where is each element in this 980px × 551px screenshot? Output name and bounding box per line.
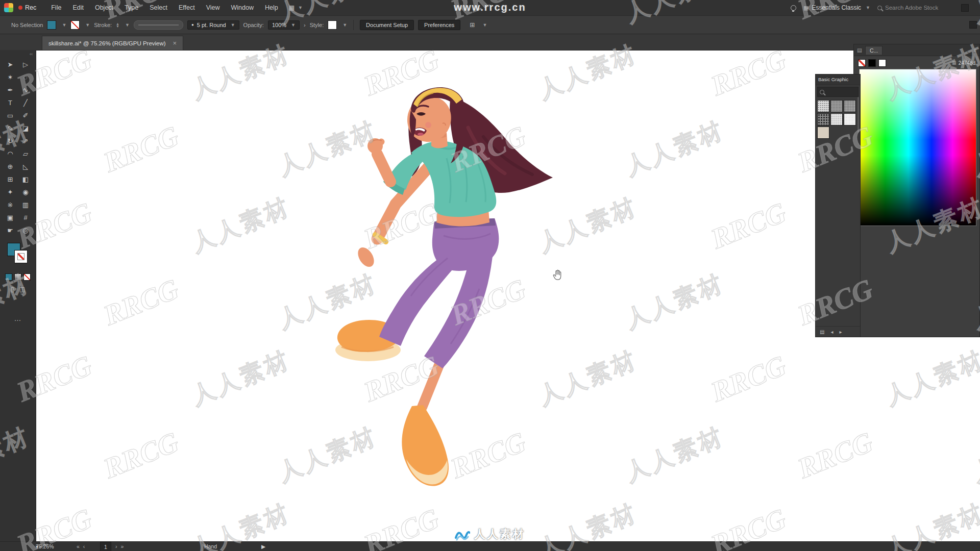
line-segment-tool[interactable]: ╱ xyxy=(19,97,32,108)
menu-effect[interactable]: Effect xyxy=(173,0,201,15)
library-swatch-pattern-beige[interactable] xyxy=(817,127,829,139)
workspace-switcher[interactable]: ▦ Essentials Classic ▼ xyxy=(803,4,870,11)
lasso-tool[interactable]: ◌ xyxy=(19,72,32,83)
fill-color-swatch[interactable] xyxy=(47,20,56,30)
pencil-tool[interactable]: ✎ xyxy=(4,123,17,134)
stroke-color-swatch[interactable] xyxy=(70,20,80,30)
column-graph-tool[interactable]: ▥ xyxy=(19,199,32,210)
library-scrollbar[interactable] xyxy=(857,97,859,133)
none-mode-icon[interactable] xyxy=(23,273,31,281)
zoom-tool[interactable]: ◎ xyxy=(19,225,32,236)
library-search[interactable] xyxy=(817,87,859,97)
color-spectrum[interactable] xyxy=(859,69,976,226)
swatch-none[interactable] xyxy=(858,59,866,67)
zoom-level-select[interactable]: 75.26% ▾ xyxy=(36,542,38,551)
scale-tool[interactable]: ⇗ xyxy=(19,136,32,146)
slice-tool[interactable]: # xyxy=(19,212,32,223)
artboard-number-field[interactable]: 1 xyxy=(100,542,111,551)
style-caret-icon[interactable]: ▼ xyxy=(342,22,347,28)
menu-help[interactable]: Help xyxy=(259,0,284,15)
mesh-tool[interactable]: ⊞ xyxy=(4,174,17,185)
next-library-icon[interactable]: ▸ xyxy=(839,329,842,335)
control-bar-collapse-icon[interactable] xyxy=(969,21,977,29)
eyedropper-tool[interactable]: ✦ xyxy=(4,187,17,197)
swatch-black[interactable] xyxy=(868,59,876,67)
selection-tool[interactable]: ➤ xyxy=(4,59,17,70)
menu-bar: Rec FileEditObjectTypeSelectEffectViewWi… xyxy=(0,0,980,15)
opacity-chevron-icon[interactable]: › xyxy=(304,22,306,28)
align-icon[interactable]: ⊞ xyxy=(470,21,475,29)
illustrator-window: Rec FileEditObjectTypeSelectEffectViewWi… xyxy=(0,0,980,551)
panel-menu-icon[interactable]: ▤ xyxy=(857,47,862,53)
menu-window[interactable]: Window xyxy=(226,0,259,15)
panel-options-icon[interactable]: ≡ xyxy=(973,47,976,53)
library-swatch-pattern-light-noise[interactable] xyxy=(817,100,829,112)
stroke-weight-stepper[interactable]: ▲▼ xyxy=(116,22,119,28)
prev-library-icon[interactable]: ◂ xyxy=(830,329,833,335)
shape-builder-tool[interactable]: ⊕ xyxy=(4,161,17,172)
hex-value: 24748d xyxy=(959,60,975,66)
swatch-white[interactable] xyxy=(878,59,886,67)
menu-bar-right: ▦ Essentials Classic ▼ Search Adobe Stoc… xyxy=(791,4,980,12)
first-previous-artboard-icons[interactable]: « ‹ xyxy=(77,542,86,551)
perspective-grid-tool[interactable]: ◺ xyxy=(19,161,32,172)
screen-mode-icon[interactable]: ◫ xyxy=(19,286,25,293)
fill-caret-icon[interactable]: ▼ xyxy=(62,22,66,28)
library-swatch-pattern-dark-noise[interactable] xyxy=(830,100,843,112)
pen-tool[interactable]: ✒ xyxy=(4,85,17,95)
style-swatch[interactable] xyxy=(328,20,337,30)
type-tool[interactable]: T xyxy=(4,97,17,108)
curvature-tool[interactable]: ∿ xyxy=(19,85,32,95)
paintbrush-tool[interactable]: ✐ xyxy=(19,110,32,121)
fill-stroke-widget[interactable] xyxy=(6,243,30,269)
direct-selection-tool[interactable]: ▷ xyxy=(19,59,32,70)
brush-definition-select[interactable]: ● 5 pt. Round ▼ xyxy=(187,20,239,30)
library-swatch-pattern-white-noise[interactable] xyxy=(844,113,856,126)
collapse-panel-icon[interactable] xyxy=(961,4,969,12)
stroke-indicator[interactable] xyxy=(14,250,28,263)
opacity-select[interactable]: 100% ▼ xyxy=(268,20,300,30)
menu-object[interactable]: Object xyxy=(89,0,119,15)
rectangle-tool[interactable]: ▭ xyxy=(4,110,17,121)
document-tab[interactable]: skillshare.ai* @ 75.26% (RGB/GPU Preview… xyxy=(42,36,183,50)
preferences-button[interactable]: Preferences xyxy=(418,20,460,30)
discover-icon[interactable] xyxy=(791,5,796,11)
close-tab-icon[interactable]: × xyxy=(173,39,177,47)
menu-edit[interactable]: Edit xyxy=(67,0,89,15)
symbol-sprayer-tool[interactable]: ※ xyxy=(4,199,17,210)
menu-view[interactable]: View xyxy=(201,0,226,15)
library-menu-icon[interactable]: ▤ xyxy=(820,329,824,335)
library-swatch-pattern-pale-noise[interactable] xyxy=(830,113,843,126)
width-tool[interactable]: ◠ xyxy=(4,148,17,159)
edit-toolbar-icon[interactable]: … xyxy=(0,314,36,322)
free-transform-tool[interactable]: ▱ xyxy=(19,148,32,159)
arrange-documents-icon[interactable]: ▦ xyxy=(289,4,295,11)
status-play-icon[interactable]: ▶ xyxy=(261,542,265,551)
arrange-documents-caret-icon[interactable]: ▼ xyxy=(298,5,303,10)
next-last-artboard-icons[interactable]: › » xyxy=(115,542,125,551)
stroke-weight-caret-icon[interactable]: ▼ xyxy=(125,22,130,28)
menu-type[interactable]: Type xyxy=(119,0,144,15)
menu-file[interactable]: File xyxy=(45,0,67,15)
blend-tool[interactable]: ◉ xyxy=(19,187,32,197)
magic-wand-tool[interactable]: ✶ xyxy=(4,72,17,83)
draw-mode-icon[interactable]: ▯ xyxy=(11,286,14,293)
library-swatch-pattern-coarse-noise[interactable] xyxy=(844,100,856,112)
gradient-tool[interactable]: ◧ xyxy=(19,174,32,185)
stock-search[interactable]: Search Adobe Stock xyxy=(877,5,954,11)
stroke-caret-icon[interactable]: ▼ xyxy=(85,22,90,28)
rotate-tool[interactable]: ↻ xyxy=(4,136,17,146)
artboard-tool[interactable]: ▣ xyxy=(4,212,17,223)
tools-collapse-icon[interactable]: ‹‹ xyxy=(0,50,36,57)
hand-tool[interactable]: ☛ xyxy=(4,225,17,236)
eraser-tool[interactable]: ◪ xyxy=(19,123,32,134)
color-mode-icon[interactable] xyxy=(5,273,12,281)
align-caret-icon[interactable]: ▼ xyxy=(482,22,487,28)
document-setup-button[interactable]: Document Setup xyxy=(360,20,414,30)
variable-width-profile-select[interactable] xyxy=(134,20,183,30)
library-panel-header[interactable]: Basic Graphic xyxy=(816,74,860,85)
gradient-mode-icon[interactable] xyxy=(14,273,21,281)
menu-select[interactable]: Select xyxy=(144,0,173,15)
library-swatch-pattern-fine-noise[interactable] xyxy=(817,113,829,126)
color-panel-tab[interactable]: C... xyxy=(865,46,883,55)
